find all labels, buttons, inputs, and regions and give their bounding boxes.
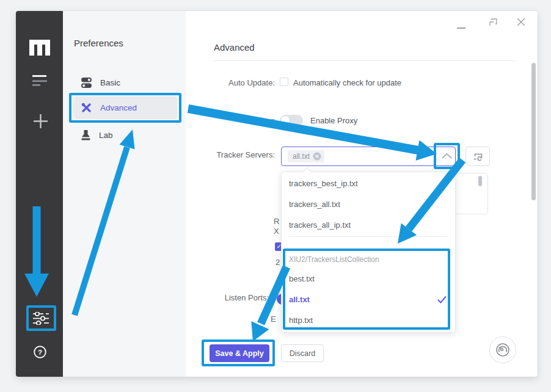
advanced-tools-icon [81, 103, 92, 113]
sidebar-item-label: Lab [99, 131, 113, 140]
option-label: all.txt [289, 295, 310, 304]
auto-update-checkbox-label[interactable]: Automatically check for update [293, 78, 401, 87]
hidden-enable-text-fragment: E [271, 314, 276, 324]
sidebar-item-label: Basic [100, 78, 120, 87]
sync-icon [473, 152, 483, 161]
discard-button[interactable]: Discard [281, 344, 324, 362]
tracker-dropdown: trackers_best_ip.txt trackers_all.txt tr… [281, 172, 456, 333]
add-task-icon[interactable] [34, 114, 48, 128]
dropdown-option[interactable]: http.txt [282, 310, 455, 331]
dropdown-option[interactable]: trackers_best_ip.txt [282, 173, 455, 194]
check-icon [437, 296, 447, 303]
preferences-sliders-icon[interactable] [33, 312, 49, 325]
save-apply-button[interactable]: Save & Apply [210, 344, 269, 362]
svg-text:?: ? [38, 349, 42, 356]
close-button[interactable] [517, 18, 525, 26]
basic-toggles-icon [81, 77, 92, 89]
chevron-up-icon[interactable] [442, 153, 452, 159]
tag-remove-icon[interactable] [313, 152, 321, 161]
motrix-logo-icon [29, 40, 50, 56]
listen-ports-label: Listen Ports: [134, 293, 269, 302]
lab-stamp-icon [81, 130, 90, 140]
main-scrollbar[interactable] [531, 63, 536, 200]
dropdown-option[interactable]: best.txt [282, 269, 455, 289]
dropdown-option-selected[interactable]: all.txt [282, 289, 455, 310]
app-sidebar: ? [16, 11, 63, 377]
sidebar-item-label: Advanced [100, 103, 137, 112]
maximize-button[interactable] [489, 18, 497, 26]
sidebar-item-basic[interactable]: Basic [81, 72, 120, 93]
dropdown-group-label: XIU2/TrackersListCollection [282, 252, 455, 267]
preferences-title: Preferences [74, 38, 123, 48]
auto-update-checkbox[interactable] [280, 78, 288, 86]
minimize-button[interactable] [457, 27, 465, 29]
app-window: ? Preferences Basic A [16, 11, 538, 377]
preferences-panel [63, 11, 186, 377]
proxy-toggle[interactable] [280, 115, 303, 126]
sidebar-item-advanced[interactable]: Advanced [81, 97, 137, 118]
dropdown-option[interactable]: trackers_all.txt [282, 194, 455, 215]
textarea-scrollbar[interactable] [478, 176, 482, 186]
page-title: Advanced [214, 42, 255, 53]
toggle-knob [281, 116, 290, 125]
title-divider [214, 60, 516, 61]
proxy-toggle-label: Enable Proxy [310, 116, 357, 125]
help-icon[interactable]: ? [34, 346, 46, 358]
selected-tracker-tag: all.txt [288, 150, 324, 162]
screenshot-canvas: ? Preferences Basic A [0, 0, 551, 392]
dropdown-divider [289, 236, 448, 237]
tracker-servers-select[interactable]: all.txt [281, 147, 456, 166]
tag-label: all.txt [293, 152, 310, 161]
speedometer-icon [495, 343, 510, 357]
auto-update-label: Auto Update: [140, 78, 275, 87]
speed-limit-button[interactable] [489, 336, 516, 363]
task-list-icon[interactable] [32, 74, 48, 87]
last-sync-date-fragment: 2 [276, 258, 280, 267]
sync-trackers-button[interactable] [465, 147, 490, 166]
sidebar-item-lab[interactable]: Lab [81, 125, 113, 145]
tracker-servers-label: Tracker Servers: [140, 150, 275, 159]
hidden-note-text: R X [274, 217, 279, 236]
dropdown-option[interactable]: trackers_all_ip.txt [282, 215, 455, 236]
